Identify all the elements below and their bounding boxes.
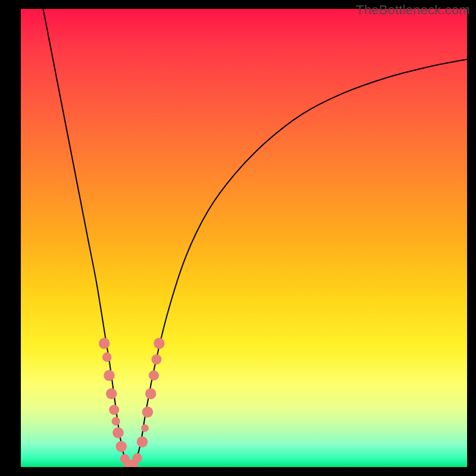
marker-dot [141,424,149,432]
marker-dot [115,441,127,452]
marker-dot [102,352,112,362]
curve-layer [21,9,467,467]
marker-dot [112,417,120,425]
bottleneck-curve [43,9,468,467]
marker-dot [151,355,161,365]
marker-dot [149,370,159,380]
marker-dot [137,436,148,447]
plot-area [21,9,467,467]
marker-dot [142,406,154,418]
marker-dot [145,389,156,400]
marker-dot [154,338,165,349]
marker-dot [104,370,115,381]
curve-markers [99,338,165,467]
marker-dot [112,427,124,439]
marker-dot [99,338,110,349]
marker-dot [106,389,117,400]
marker-dot [133,453,142,463]
chart-frame: TheBottleneck.com [0,0,476,476]
marker-dot [109,405,119,415]
